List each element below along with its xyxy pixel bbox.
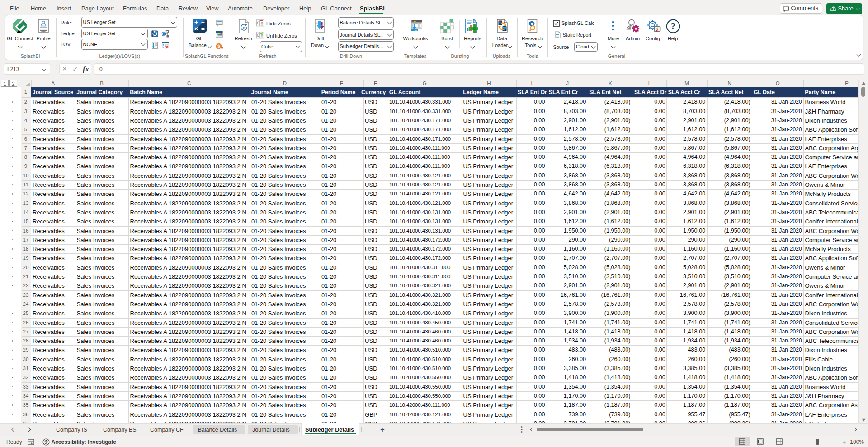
- svg-text:?: ?: [671, 21, 675, 31]
- svg-text:$: $: [217, 43, 220, 48]
